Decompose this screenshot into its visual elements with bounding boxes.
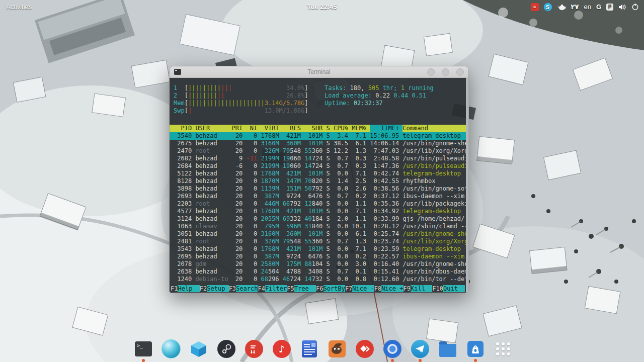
fkey-label-F5[interactable]: Tree [294,285,316,292]
gimp-icon [329,340,346,357]
process-row[interactable]: 5122 behzad 20 0 1768M 421M 101M S 0.0 7… [170,170,466,177]
anydesk-icon [356,340,374,358]
skype-tray-icon[interactable]: S [544,3,552,11]
red-list-app-icon [245,340,263,358]
process-row[interactable]: 2682 behzad 9 -11 2199M 19060 14724 S 0.… [170,155,466,162]
process-row[interactable]: 8128 behzad 20 0 1870M 147M 70820 S 1.4 … [170,177,466,185]
running-indicator [474,359,477,362]
app-grid-icon [496,342,511,355]
power-icon[interactable] [631,3,639,11]
running-indicator [391,359,394,362]
top-bar: Activities Tue 22:45 » S ۲۷ en G P [0,0,644,14]
process-row[interactable]: 2684 behzad -6 0 2199M 19060 14724 S 0.7… [170,162,466,170]
terminal-scrollbar[interactable] [466,78,468,293]
running-indicator [142,359,145,362]
fkey-F5[interactable]: F5 [287,285,294,292]
process-row[interactable]: 3540 behzad 20 0 1768M 421M 101M S 3.4 7… [170,132,466,140]
dock-blue-sphere-app[interactable] [162,339,181,358]
steam-icon [217,340,235,358]
process-row[interactable]: 2203 root 20 0 446M 66792 12840 S 0.0 1.… [170,200,466,208]
counter-text[interactable]: ۲۷ [571,3,579,11]
fkey-F9[interactable]: F9 [404,285,411,292]
dock: >_ ♪ [134,339,513,358]
dock-gnome-software[interactable] [466,339,485,358]
process-row[interactable]: 3543 behzad 20 0 1768M 421M 101M S 0.0 7… [170,245,466,253]
terminal-icon: >_ [135,341,152,356]
dock-cube-app[interactable] [189,339,208,358]
update-icon[interactable]: G [596,3,601,11]
process-row[interactable]: 2638 behzad 20 0 24504 4788 3408 S 0.7 0… [170,268,466,276]
process-row[interactable]: 1240 debian-to 20 0 68296 46724 14732 S … [170,276,466,283]
terminal-window: Terminal 1 [|||||||||||| 34.0%]2 [||||||… [169,66,469,293]
activities-button[interactable]: Activities [6,3,32,11]
maximize-button[interactable] [442,68,449,76]
dock-gimp[interactable] [328,339,347,358]
dock-anydesk[interactable] [355,339,374,358]
anydesk-tray-icon[interactable]: » [531,3,539,11]
music-note-icon: ♪ [273,340,291,358]
fkey-label-F3[interactable]: Search [236,285,258,292]
tasks-info: Tasks: 180, 505 thr; 1 runningLoad avera… [325,84,434,107]
process-row[interactable]: 4577 behzad 20 0 1768M 421M 101M S 0.0 7… [170,208,466,215]
process-row[interactable]: 1063 clamav 20 0 795M 596M 31840 S 0.0 1… [170,223,466,230]
cpu-memory-meters: 1 [|||||||||||| 34.0%]2 [|||||||||| 26.8… [174,84,308,115]
process-row[interactable]: 3124 behzad 20 0 2055M 69332 40184 S 2.0… [170,215,466,223]
fkey-F4[interactable]: F4 [258,285,265,292]
folder-icon [439,344,456,357]
process-table: PID USER PRI NI VIRT RES SHR S CPU% MEM%… [170,125,466,283]
clock[interactable]: Tue 22:45 [307,3,337,11]
fkey-F6[interactable]: F6 [316,285,323,292]
fkey-F1[interactable]: F1 [171,285,178,292]
dock-terminal[interactable]: >_ [134,339,153,358]
function-key-bar: F1Help F2Setup F3SearchF4FilterF5Tree F6… [170,285,466,293]
process-row[interactable]: 2481 root 20 0 326M 79548 55360 S 0.7 1.… [170,238,466,245]
dock-word-processor[interactable] [300,339,319,358]
dock-telegram[interactable] [411,339,430,358]
fkey-label-F9[interactable]: Kill [411,285,432,292]
terminal-content[interactable]: 1 [|||||||||||| 34.0%]2 [|||||||||| 26.8… [170,78,468,293]
document-icon [302,340,317,357]
cube-icon [190,340,208,358]
system-tray: » S ۲۷ en G P [531,3,639,11]
fkey-label-F8[interactable]: Nice + [381,285,403,292]
software-bag-icon [467,341,484,357]
fkey-F2[interactable]: F2 [200,285,207,292]
process-row[interactable]: 2675 behzad 20 0 3160M 360M 101M S 38.5 … [170,140,466,147]
dock-steam[interactable] [217,339,236,358]
process-row[interactable]: 2470 root 20 0 326M 79548 55360 S 12.2 1… [170,147,466,155]
window-titlebar[interactable]: Terminal [170,66,468,78]
teapot-icon[interactable] [557,4,566,11]
table-header[interactable]: PID USER PRI NI VIRT RES SHR S CPU% MEM%… [170,125,466,132]
fkey-label-F10[interactable]: Quit [443,285,465,292]
fkey-F10[interactable]: F10 [432,285,443,292]
telegram-icon [411,340,429,358]
chromium-icon [383,340,401,358]
minimize-button[interactable] [427,68,435,76]
fkey-label-F6[interactable]: SortBy [324,285,345,292]
fkey-label-F7[interactable]: Nice - [352,285,374,292]
dock-show-apps[interactable] [494,339,513,358]
sphere-icon [162,339,181,358]
fkey-label-F2[interactable]: Setup [207,285,228,292]
fkey-F3[interactable]: F3 [229,285,236,292]
process-row[interactable]: 3898 behzad 20 0 1139M 151M 50792 S 0.0 … [170,185,466,193]
dock-red-list-app[interactable] [245,339,264,358]
dock-files[interactable] [438,339,457,358]
process-row[interactable]: 3051 behzad 20 0 3160M 360M 101M S 0.0 6… [170,230,466,238]
process-row[interactable]: 2693 behzad 20 0 387M 9724 6476 S 0.7 0.… [170,193,466,200]
process-row[interactable]: 2078 gdm 20 0 2580M 175M 88104 S 0.0 3.0… [170,260,466,268]
keyboard-layout-indicator[interactable]: en [584,3,591,11]
process-row[interactable]: 2695 behzad 20 0 387M 9724 6476 S 0.0 0.… [170,253,466,260]
running-indicator [419,359,422,362]
package-icon[interactable]: P [606,4,613,11]
volume-icon[interactable] [618,4,626,11]
dock-chromium[interactable] [383,339,402,358]
close-button[interactable] [456,68,464,76]
fkey-F7[interactable]: F7 [345,285,352,292]
dock-music-player[interactable]: ♪ [272,339,291,358]
window-title: Terminal [307,68,330,75]
fkey-label-F4[interactable]: Filter [265,285,287,292]
terminal-window-icon [174,69,181,75]
fkey-label-F1[interactable]: Help [178,285,199,292]
fkey-F8[interactable]: F8 [374,285,381,292]
